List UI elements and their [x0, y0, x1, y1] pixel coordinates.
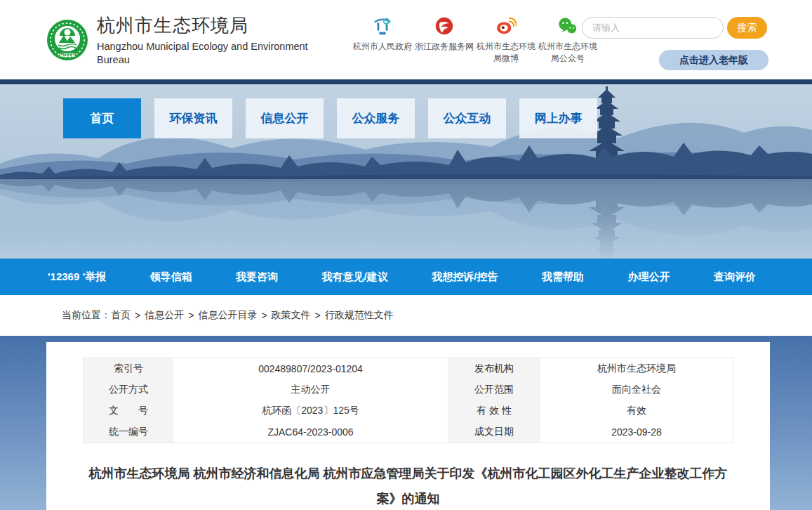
service-bar: '12369 '举报 领导信箱 我要咨询 我有意见/建议 我想控诉/控告 我需帮… — [0, 259, 812, 295]
site-brand: 杭州市生态环境局 Hangzhou Municipal Ecology and … — [97, 13, 333, 65]
meta-label-disclosure-scope: 公开范围 — [448, 379, 540, 400]
meta-label-issuing-agency: 发布机构 — [448, 358, 540, 379]
meta-value-document-number: 杭环函〔2023〕125号 — [173, 400, 448, 421]
quick-link-weibo[interactable]: 杭州市生态环境局微博 — [476, 15, 536, 65]
government-building-icon — [371, 15, 394, 37]
service-item-suggestion[interactable]: 我有意见/建议 — [322, 270, 388, 284]
service-item-need-help[interactable]: 我需帮助 — [542, 270, 584, 284]
site-header: HZEEB 杭州市生态环境局 Hangzhou Municipal Ecolog… — [0, 0, 812, 79]
service-item-disclosure-handling[interactable]: 办理公开 — [627, 270, 670, 284]
meta-value-disclosure-scope: 面向全社会 — [540, 379, 733, 400]
page-content: 索引号 002489807/2023-01204 发布机构 杭州市生态环境局 公… — [0, 336, 812, 510]
breadcrumb-separator: > — [315, 310, 321, 321]
breadcrumb-info-disclosure[interactable]: 信息公开 — [145, 309, 184, 322]
meta-label-disclosure-method: 公开方式 — [84, 379, 173, 400]
meta-label-validity: 有 效 性 — [448, 400, 540, 421]
breadcrumb: 当前位置： 首页 > 信息公开 > 信息公开目录 > 政策文件 > 行政规范性文… — [0, 295, 812, 336]
wechat-icon — [557, 15, 579, 37]
document-card: 索引号 002489807/2023-01204 发布机构 杭州市生态环境局 公… — [46, 342, 770, 510]
nav-tab-online-services[interactable]: 网上办事 — [519, 98, 597, 138]
breadcrumb-separator: > — [135, 310, 140, 321]
breadcrumb-regulatory-documents[interactable]: 行政规范性文件 — [325, 309, 394, 322]
site-subtitle: Hangzhou Municipal Ecology and Environme… — [97, 40, 333, 65]
elder-version-button[interactable]: 点击进入老年版 — [659, 50, 768, 70]
meta-value-index-number: 002489807/2023-01204 — [173, 358, 448, 379]
document-meta-table: 索引号 002489807/2023-01204 发布机构 杭州市生态环境局 公… — [83, 358, 733, 443]
header-right: 搜索 点击进入老年版 — [582, 17, 768, 70]
nav-tab-home[interactable]: 首页 — [63, 98, 141, 138]
nav-tab-public-service[interactable]: 公众服务 — [337, 98, 415, 138]
quick-link-label: 浙江政务服务网 — [415, 41, 474, 53]
bureau-logo-icon: HZEEB — [46, 19, 88, 61]
nav-tab-public-interaction[interactable]: 公众互动 — [428, 98, 506, 138]
zhejiang-service-icon — [433, 15, 455, 37]
weibo-icon — [495, 15, 517, 37]
meta-label-document-number: 文 号 — [84, 400, 173, 421]
hero-banner: 首页 环保资讯 信息公开 公众服务 公众互动 网上办事 — [0, 79, 812, 259]
quick-link-label: 杭州市人民政府 — [353, 41, 412, 53]
meta-value-validity: 有效 — [540, 400, 733, 421]
search-input[interactable] — [582, 17, 724, 39]
nav-tab-info-disclosure[interactable]: 信息公开 — [246, 98, 324, 138]
service-item-query-evaluation[interactable]: 查询评价 — [714, 270, 756, 284]
main-navigation: 首页 环保资讯 信息公开 公众服务 公众互动 网上办事 — [63, 98, 597, 138]
meta-label-unified-number: 统一编号 — [84, 421, 173, 443]
service-item-leader-mailbox[interactable]: 领导信箱 — [150, 270, 192, 284]
meta-value-unified-number: ZJAC64-2023-0006 — [173, 421, 448, 443]
meta-value-issuing-agency: 杭州市生态环境局 — [540, 358, 733, 379]
banner-top-strip — [0, 79, 812, 84]
svg-text:HZEEB: HZEEB — [60, 53, 75, 58]
quick-link-zhejiang-service[interactable]: 浙江政务服务网 — [414, 15, 474, 53]
breadcrumb-separator: > — [261, 310, 267, 321]
breadcrumb-separator: > — [188, 310, 194, 321]
meta-value-issue-date: 2023-09-28 — [540, 421, 733, 443]
quick-links: 杭州市人民政府 浙江政务服务网 杭州市生态环境局微博 — [352, 15, 599, 65]
site-title: 杭州市生态环境局 — [97, 13, 333, 38]
search-button[interactable]: 搜索 — [727, 17, 767, 39]
meta-label-index-number: 索引号 — [84, 358, 173, 379]
meta-label-issue-date: 成文日期 — [448, 421, 540, 443]
document-title: 杭州市生态环境局 杭州市经济和信息化局 杭州市应急管理局关于印发《杭州市化工园区… — [83, 461, 733, 510]
quick-link-hangzhou-gov[interactable]: 杭州市人民政府 — [352, 15, 413, 53]
service-item-consult[interactable]: 我要咨询 — [236, 270, 278, 284]
service-item-12369-report[interactable]: '12369 '举报 — [48, 270, 106, 284]
service-item-complaint[interactable]: 我想控诉/控告 — [432, 270, 498, 284]
breadcrumb-policy-documents[interactable]: 政策文件 — [272, 309, 311, 322]
breadcrumb-home[interactable]: 首页 — [111, 309, 131, 322]
quick-link-label: 杭州市生态环境局微博 — [476, 41, 536, 65]
breadcrumb-prefix: 当前位置： — [62, 309, 111, 322]
breadcrumb-disclosure-directory[interactable]: 信息公开目录 — [198, 309, 257, 322]
meta-value-disclosure-method: 主动公开 — [173, 379, 448, 400]
nav-tab-env-news[interactable]: 环保资讯 — [154, 98, 232, 138]
